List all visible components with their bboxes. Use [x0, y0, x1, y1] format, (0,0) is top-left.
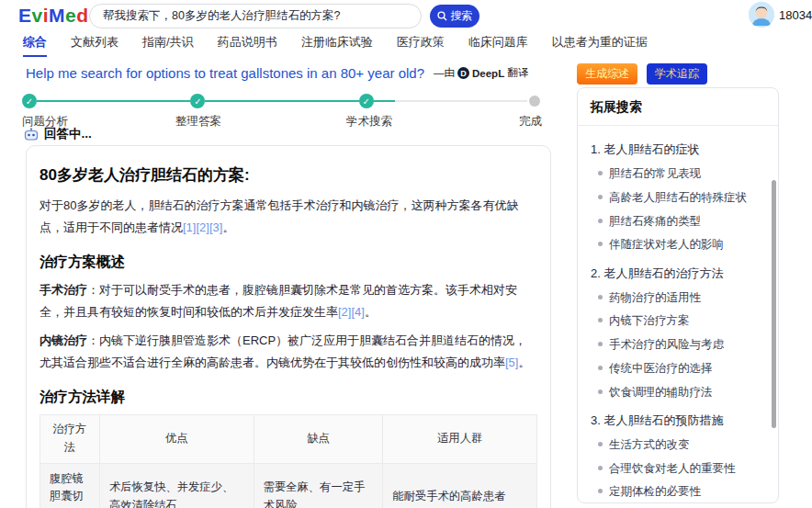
table-cell: 术后恢复快、并发症少、高效清除结石 [99, 463, 254, 508]
deepl-icon: D [457, 67, 469, 79]
table-row: 腹腔镜胆囊切除 术后恢复快、并发症少、高效清除结石 需要全麻、有一定手术风险 能… [40, 463, 537, 508]
col-header: 缺点 [254, 415, 383, 463]
check-icon: ✓ [22, 94, 37, 108]
result-tabs: 综合 文献列表 指南/共识 药品说明书 注册临床试验 医疗政策 临床问题库 以患… [23, 34, 648, 57]
expand-search-item[interactable]: 胆结石疼痛的类型 [591, 209, 763, 233]
expand-search-item[interactable]: 传统中医治疗的选择 [591, 356, 763, 380]
expand-search-title: 拓展搜索 [578, 88, 778, 126]
progress-line [205, 100, 358, 102]
bullet-icon [598, 489, 603, 493]
expand-search-item[interactable]: 伴随症状对老人的影响 [591, 233, 763, 257]
step-label-academic-search: 学术搜索 [346, 114, 392, 130]
bullet-icon [598, 366, 603, 370]
bullet-icon [598, 195, 603, 199]
evimed-logo[interactable]: EviMed [18, 5, 89, 27]
search-button[interactable]: 搜索 [430, 5, 479, 28]
translation-attribution: —由 D DeepL 翻译 [434, 66, 528, 80]
col-header: 优点 [99, 415, 254, 463]
bullet-icon [598, 219, 603, 223]
tab-literature-list[interactable]: 文献列表 [71, 34, 118, 57]
citation-link[interactable]: [2] [338, 305, 351, 319]
step-label-organize: 整理答案 [175, 114, 221, 130]
expand-search-topic[interactable]: 1. 老人胆结石的症状 [591, 141, 763, 159]
citation-link[interactable]: [1] [183, 220, 196, 234]
progress-line [37, 100, 190, 102]
citation-link[interactable]: [2] [196, 220, 209, 234]
col-header: 治疗方法 [40, 415, 100, 463]
col-header: 适用人群 [383, 415, 537, 463]
expand-search-list: 1. 老人胆结石的症状 胆结石的常见表现 高龄老人胆结石的特殊症状 胆结石疼痛的… [578, 126, 778, 503]
scrollbar[interactable] [772, 180, 776, 428]
table-cell: 腹腔镜胆囊切除 [40, 463, 100, 508]
translated-query-text: Help me search for options to treat gall… [26, 65, 424, 81]
expand-search-item[interactable]: 高龄老人胆结石的特殊症状 [591, 186, 763, 209]
intro-paragraph: 对于80多岁的老人，胆结石的治疗方案通常包括手术治疗和内镜治疗，这两种方案各有优… [39, 195, 537, 239]
surgery-paragraph: 手术治疗：对于可以耐受手术的患者，腹腔镜胆囊切除术是常见的首选方案。该手术相对安… [39, 279, 537, 323]
expand-search-item[interactable]: 药物治疗的适用性 [591, 286, 763, 310]
treatment-methods-table: 治疗方法 优点 缺点 适用人群 腹腔镜胆囊切除 术后恢复快、并发症少、高效清除结… [39, 414, 537, 508]
table-cell: 能耐受手术的高龄患者 [383, 463, 537, 508]
avatar[interactable] [749, 2, 774, 28]
answer-card: 80多岁老人治疗胆结石的方案: 对于80多岁的老人，胆结石的治疗方案通常包括手术… [26, 145, 551, 508]
expand-search-item[interactable]: 生活方式的改变 [591, 433, 763, 457]
expand-search-topic[interactable]: 2. 老人胆结石的治疗方法 [591, 265, 763, 283]
tab-clinical-trials[interactable]: 注册临床试验 [301, 34, 373, 57]
citation-link[interactable]: [4] [351, 305, 364, 319]
citation-link[interactable]: [3] [209, 220, 222, 234]
search-icon [437, 11, 447, 21]
table-header-row: 治疗方法 优点 缺点 适用人群 [40, 415, 537, 463]
search-button-label: 搜索 [451, 8, 473, 24]
endoscopy-paragraph: 内镜治疗：内镜下逆行胰胆管造影术（ERCP）被广泛应用于胆囊结石合并胆道结石的情… [39, 330, 537, 374]
citation-link[interactable]: [5] [505, 356, 518, 369]
expand-search-item[interactable]: 定期体检的必要性 [591, 480, 763, 503]
generate-review-button[interactable]: 生成综述 [577, 63, 637, 85]
section-heading-methods: 治疗方法详解 [39, 388, 537, 407]
deepl-brand: DeepL [472, 68, 504, 79]
tab-medical-policy[interactable]: 医疗政策 [397, 34, 445, 57]
bullet-icon [598, 295, 603, 299]
progress-line-partial [374, 100, 527, 102]
answering-status: 回答中... [24, 126, 92, 142]
table-cell: 需要全麻、有一定手术风险 [254, 463, 383, 508]
step-label-done: 完成 [519, 114, 542, 130]
expand-search-item[interactable]: 饮食调理的辅助疗法 [591, 380, 763, 404]
sidebar-actions: 生成综述 学术追踪 [577, 63, 707, 85]
bullet-icon [598, 171, 603, 175]
tab-guidelines[interactable]: 指南/共识 [142, 34, 194, 57]
tab-drug-labels[interactable]: 药品说明书 [218, 34, 277, 57]
bullet-icon [598, 442, 603, 446]
expand-search-item[interactable]: 胆结石的常见表现 [591, 163, 763, 186]
check-icon: ✓ [190, 94, 205, 108]
tab-comprehensive[interactable]: 综合 [23, 34, 47, 57]
section-heading-overview: 治疗方案概述 [39, 253, 537, 272]
bullet-icon [598, 389, 603, 394]
bullet-icon [598, 466, 603, 470]
translated-query: Help me search for options to treat gall… [26, 65, 528, 81]
academic-tracking-button[interactable]: 学术追踪 [647, 63, 707, 85]
expand-search-topic[interactable]: 3. 老人胆结石的预防措施 [591, 412, 763, 430]
expand-search-panel: 拓展搜索 1. 老人胆结石的症状 胆结石的常见表现 高龄老人胆结石的特殊症状 胆… [577, 87, 779, 503]
expand-search-item[interactable]: 内镜下治疗方案 [591, 310, 763, 333]
expand-search-item[interactable]: 合理饮食对老人的重要性 [591, 457, 763, 480]
bullet-icon [598, 318, 603, 322]
bullet-icon [598, 242, 603, 246]
progress-stepper: ✓ ✓ ✓ 问题分析 整理答案 学术搜索 完成 [22, 94, 542, 125]
check-icon: ✓ [359, 94, 374, 108]
answer-title: 80多岁老人治疗胆结石的方案: [39, 164, 537, 186]
tab-patient-evidence[interactable]: 以患者为重的证据 [552, 34, 648, 57]
expand-search-item[interactable]: 手术治疗的风险与考虑 [591, 333, 763, 357]
search-input[interactable] [89, 4, 422, 28]
bullet-icon [598, 342, 603, 346]
robot-icon [24, 128, 39, 141]
tab-clinical-questions[interactable]: 临床问题库 [468, 34, 528, 57]
pending-dot-icon [529, 96, 540, 107]
user-phone-number: 18034. [779, 8, 812, 22]
answering-status-text: 回答中... [44, 126, 92, 142]
